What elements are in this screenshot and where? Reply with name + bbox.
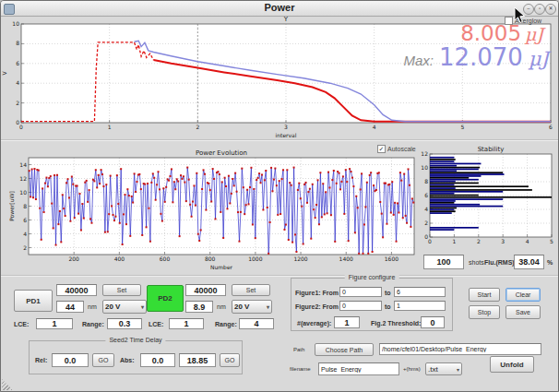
figure2-to-label: to <box>385 303 391 310</box>
pd1-voltage-dropdown[interactable]: 20 V ▾ <box>102 300 147 314</box>
filename-label: filename <box>290 366 311 372</box>
svg-text:600: 600 <box>160 255 171 262</box>
current-energy-unit: µJ <box>525 24 543 44</box>
rms-input[interactable] <box>514 255 544 269</box>
pd1-wavelength-input[interactable] <box>56 301 84 313</box>
chevron-down-icon: ▾ <box>457 366 459 373</box>
svg-text:1600: 1600 <box>385 255 398 262</box>
autoscale-checkbox-label: Autoscale <box>387 146 416 152</box>
figure1-to-input[interactable] <box>394 287 446 297</box>
pd1-lce-input[interactable] <box>36 318 73 329</box>
rel-label: Rel: <box>35 357 47 363</box>
chevron-down-icon: ▾ <box>141 303 144 310</box>
extension-value: .txt <box>428 365 438 374</box>
abs-label: Abs: <box>120 357 135 363</box>
titlebar[interactable]: Power − ▫ ✕ <box>1 1 558 17</box>
svg-text:6: 6 <box>16 60 19 66</box>
pd2-set-button[interactable]: Set <box>232 284 270 296</box>
clear-button[interactable]: Clear <box>505 288 541 302</box>
stability-histogram: 012345024681012Stability <box>418 140 559 255</box>
svg-text:6: 6 <box>424 192 428 198</box>
pd1-lce-label: LCE: <box>14 321 29 327</box>
figure1-to-label: to <box>385 290 391 296</box>
svg-text:2: 2 <box>477 238 481 244</box>
pd2-voltage-value: 20 V <box>234 303 249 311</box>
path-label: Path <box>293 347 304 352</box>
pd1-gain-input[interactable] <box>56 284 97 296</box>
pd2-range-input[interactable] <box>239 318 274 329</box>
filename-input[interactable] <box>318 362 399 375</box>
abs-delay-input[interactable] <box>140 353 175 367</box>
figure2-power-evolution-plot: 20040060080010001200140016002468101214Po… <box>1 140 427 277</box>
pd1-nm-label: nm <box>88 303 97 310</box>
figure1-from-input[interactable] <box>339 287 382 297</box>
svg-text:5: 5 <box>550 238 553 244</box>
svg-text:8: 8 <box>23 203 27 209</box>
pd2-lce-input[interactable] <box>169 318 204 329</box>
unfold-button[interactable]: Unfold <box>490 356 534 373</box>
pd2-nm-label: nm <box>217 303 226 310</box>
average-input[interactable] <box>334 316 360 328</box>
figure2-from-input[interactable] <box>339 301 382 311</box>
svg-text:4: 4 <box>16 79 19 86</box>
svg-text:Power Evolution: Power Evolution <box>196 149 247 157</box>
pd2-gain-input[interactable] <box>185 284 226 296</box>
figure-configure-title: Figure configure <box>345 274 399 280</box>
svg-text:Y: Y <box>283 17 289 23</box>
fig2-threshold-input[interactable] <box>421 316 445 328</box>
start-button[interactable]: Start <box>469 288 500 302</box>
extension-dropdown[interactable]: .txt ▾ <box>425 362 462 375</box>
svg-text:800: 800 <box>205 255 216 262</box>
svg-text:12: 12 <box>421 150 428 157</box>
svg-text:2: 2 <box>424 220 428 226</box>
svg-text:1: 1 <box>108 124 112 130</box>
rel-delay-input[interactable] <box>52 353 89 367</box>
chevron-down-icon: ▾ <box>267 303 269 310</box>
resize-grip[interactable] <box>2 379 13 390</box>
figure2-from-label: Figure2: From <box>295 303 339 310</box>
percent-label: % <box>547 259 553 266</box>
svg-text:6: 6 <box>549 124 553 130</box>
shots-input[interactable] <box>423 255 464 269</box>
pd1-range-input[interactable] <box>107 318 142 329</box>
stop-button[interactable]: Stop <box>469 305 500 319</box>
rel-go-button[interactable]: GO <box>92 353 114 367</box>
path-input[interactable] <box>379 343 541 355</box>
svg-text:10: 10 <box>19 189 27 196</box>
shots-label: shots <box>469 259 484 266</box>
average-label: #(average): <box>297 320 331 327</box>
svg-text:4: 4 <box>526 238 529 244</box>
autoscale-checkbox-box[interactable] <box>377 145 386 153</box>
figure2-to-input[interactable] <box>394 301 446 311</box>
maximize-button[interactable]: ▫ <box>534 4 545 15</box>
pd2-lce-label: LCE: <box>149 321 163 327</box>
svg-text:0: 0 <box>16 119 19 125</box>
svg-text:V: V <box>1 71 7 76</box>
choose-path-button[interactable]: Choose Path <box>315 343 374 356</box>
svg-text:8: 8 <box>16 40 19 46</box>
pd1-set-button[interactable]: Set <box>102 284 141 296</box>
svg-text:Stability: Stability <box>478 146 505 153</box>
pd2-button[interactable]: PD2 <box>147 285 184 312</box>
pd1-range-label: Range: <box>82 321 104 327</box>
save-button[interactable]: Save <box>505 305 541 319</box>
figure-configure-group: Figure configure Figure1: From to Figure… <box>291 278 453 331</box>
close-button[interactable]: ✕ <box>545 4 556 15</box>
fig2-threshold-label: Fig.2 Threshold: <box>371 320 421 327</box>
afterglow-checkbox-box[interactable] <box>505 17 513 25</box>
window-title: Power <box>1 2 558 13</box>
autoscale-checkbox[interactable]: Autoscale <box>377 145 416 153</box>
pd1-button[interactable]: PD1 <box>14 290 53 312</box>
svg-text:1: 1 <box>452 238 456 244</box>
pd2-voltage-dropdown[interactable]: 20 V ▾ <box>232 300 272 314</box>
abs-offset-input[interactable] <box>179 353 216 367</box>
svg-text:4: 4 <box>373 124 376 130</box>
svg-text:200: 200 <box>68 255 79 262</box>
divider-bottom <box>1 275 558 277</box>
figure1-from-label: Figure1: From <box>295 290 339 296</box>
abs-go-button[interactable]: GO <box>220 353 240 367</box>
pd2-wavelength-input[interactable] <box>185 301 213 313</box>
svg-text:1400: 1400 <box>339 255 353 262</box>
max-energy-readout: Max: 12.070 µJ <box>403 43 549 71</box>
svg-text:interval: interval <box>276 132 297 138</box>
